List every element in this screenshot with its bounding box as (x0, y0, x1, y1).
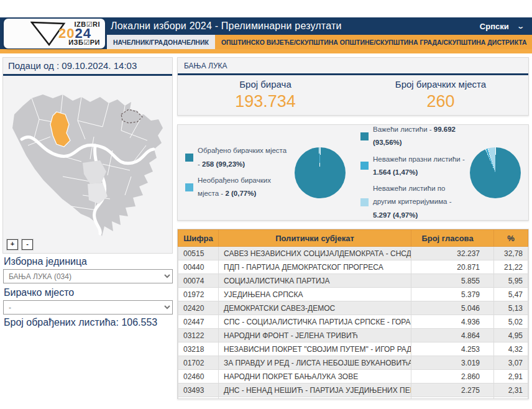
cell-code: 01972 (178, 288, 219, 301)
tab-mayor[interactable]: НАЧЕЛНИК/ГРАДОНАЧЕЛНИК (107, 35, 215, 49)
electoral-unit-select[interactable]: БАЊА ЛУКА (034) (3, 269, 173, 283)
results-table: Шифра Политички субјекат Број гласова % … (178, 229, 528, 399)
processed-ballots-count: Број обрађених листића: 106.553 (4, 317, 157, 328)
cell-party: ПДП - ПАРТИЈА ДЕМОКРАТСКОГ ПРОГРЕСА (219, 260, 411, 274)
legend-swatch (185, 183, 193, 191)
table-row: 01972УЈЕДИЊЕНА СРПСКА5.3795,47 (178, 288, 528, 301)
cell-code: 02420 (178, 301, 219, 315)
cell-pct: 5,47 (494, 288, 528, 301)
map-panel: Подаци од : 09.10.2024. 14:03 + - (2, 57, 173, 254)
tab-municipal-assembly[interactable]: ОПШТИНСКО ВИЈЕЋЕ/СКУПШТИНА ОПШТИНЕ/СКУПШ… (215, 35, 532, 49)
pie2-chart (470, 147, 521, 198)
bih-map[interactable]: + - (3, 77, 172, 253)
cell-pct: 4,95 (494, 329, 528, 342)
cell-votes: 5.379 (411, 288, 494, 301)
voters-stat-label: Број бирача (178, 79, 353, 90)
cell-votes: 3.019 (411, 356, 494, 370)
cell-pct: 32,78 (494, 247, 528, 260)
map-zoom-in-button[interactable]: + (7, 239, 18, 250)
cell-pct: 5,02 (494, 315, 528, 329)
legend-item: Обрађено бирачких мјеста - 258 (99,23%) (185, 144, 290, 171)
cell-party: УЈЕДИЊЕНА СРПСКА (219, 288, 411, 301)
legend-swatch (360, 198, 369, 206)
cell-votes: 4.936 (411, 315, 494, 329)
legend-swatch (360, 162, 369, 170)
cell-votes: 32.237 (411, 247, 494, 260)
pie1-chart (295, 147, 346, 198)
table-row: 02734СРПСКА ДЕМОКРАТСКА СТРАНКА - ВОЉА Н… (178, 397, 528, 400)
ballot-validity-chart: Важећи листићи - 99.692 (93,56%)Неважећи… (353, 125, 528, 220)
voters-stat-value: 193.734 (178, 92, 353, 111)
cell-party: СПС - СОЦИЈАЛИСТИЧКА ПАРТИЈА СРПСКЕ - ГО… (219, 315, 411, 329)
table-row: 00440ПДП - ПАРТИЈА ДЕМОКРАТСКОГ ПРОГРЕСА… (178, 260, 528, 274)
legend-item: Неважећи празни листићи - 1.564 (1,47%) (360, 153, 465, 180)
cell-code: 00074 (178, 274, 219, 288)
chevron-down-icon: ⌄ (516, 22, 525, 30)
language-selector[interactable]: Српски ⌄ (480, 17, 523, 35)
cell-pct: 5,13 (494, 301, 528, 315)
polling-station-label: Бирачко мјесто (4, 287, 74, 298)
page-title: Локални избори 2024 - Прелиминарни резул… (111, 21, 342, 32)
legend-label: Необрађено бирачких мјеста - 2 (0,77%) (198, 174, 290, 201)
table-row: 03218НЕЗАВИСНИ ПОКРЕТ "СВОЈИМ ПУТЕМ" - И… (178, 342, 528, 356)
cell-pct: 2,46 (494, 397, 528, 400)
cell-code: 03493 (178, 384, 219, 397)
cell-votes: 20.871 (411, 260, 494, 274)
region-name: БАЊА ЛУКА (178, 58, 528, 75)
cell-party: ДНС - НЕНАД НЕШИЋ - ПАРТИЈА УЈЕДИЊЕНИХ П… (219, 384, 411, 397)
stations-stat: Број бирачких мјеста 260 (353, 79, 528, 111)
pie1-legend: Обрађено бирачких мјеста - 258 (99,23%)Н… (185, 141, 290, 203)
stations-stat-value: 260 (353, 92, 528, 111)
cell-party: НАРОДНИ ФРОНТ - ЈЕЛЕНА ТРИВИЋ (219, 329, 411, 342)
legend-item: Неважећи листићи по другим критеријумима… (360, 182, 465, 222)
legend-item: Важећи листићи - 99.692 (93,56%) (360, 123, 465, 150)
charts-panel: Обрађено бирачких мјеста - 258 (99,23%)Н… (177, 124, 529, 221)
pie2-legend: Важећи листићи - 99.692 (93,56%)Неважећи… (360, 120, 465, 225)
legend-label: Обрађено бирачких мјеста - 258 (99,23%) (198, 144, 290, 171)
cell-party: СОЦИЈАЛИСТИЧКА ПАРТИЈА (219, 274, 411, 288)
cell-party: ЗА ПРАВДУ И РЕД - ЛИСТА НЕБОЈШЕ ВУКАНОВИ… (219, 356, 411, 370)
voters-stat: Број бирача 193.734 (178, 79, 353, 111)
results-table-panel: Шифра Политички субјекат Број гласова % … (177, 229, 529, 399)
cell-party: НАРОДНИ ПОКРЕТ БАЊАЛУКА ЗОВЕ (219, 370, 411, 384)
legend-item: Необрађено бирачких мјеста - 2 (0,77%) (185, 174, 290, 201)
table-row: 02460НАРОДНИ ПОКРЕТ БАЊАЛУКА ЗОВЕ2.8602,… (178, 370, 528, 384)
cell-pct: 2,91 (494, 370, 528, 384)
map-zoom-out-button[interactable]: - (22, 239, 33, 250)
polling-station-select[interactable]: - (3, 300, 173, 315)
cell-votes: 5.855 (411, 274, 494, 288)
cell-code: 02447 (178, 315, 219, 329)
table-row: 03493ДНС - НЕНАД НЕШИЋ - ПАРТИЈА УЈЕДИЊЕ… (178, 384, 528, 397)
cell-votes: 4.253 (411, 342, 494, 356)
cell-party: НЕЗАВИСНИ ПОКРЕТ "СВОЈИМ ПУТЕМ" - ИГОР Р… (219, 342, 411, 356)
logo-text-cyrillic: ИЗБ☑РИ (68, 39, 100, 47)
bih-map-svg[interactable] (3, 77, 172, 251)
cell-votes: 5.046 (411, 301, 494, 315)
cell-pct: 3,07 (494, 356, 528, 370)
processed-stations-chart: Обрађено бирачких мјеста - 258 (99,23%)Н… (178, 125, 353, 220)
cell-code: 00440 (178, 260, 219, 274)
table-row: 00515САВЕЗ НЕЗАВИСНИХ СОЦИЈАЛДЕМОКРАТА -… (178, 247, 528, 260)
table-row: 03122НАРОДНИ ФРОНТ - ЈЕЛЕНА ТРИВИЋ4.8644… (178, 329, 528, 342)
cell-pct: 2,31 (494, 384, 528, 397)
cell-party: СРПСКА ДЕМОКРАТСКА СТРАНКА - ВОЉА НАРОДА (219, 397, 411, 400)
stations-stat-label: Број бирачких мјеста (353, 79, 528, 90)
legend-swatch (360, 132, 369, 140)
table-header-row: Шифра Политички субјекат Број гласова % (178, 230, 528, 247)
cell-code: 03218 (178, 342, 219, 356)
cell-votes: 2.860 (411, 370, 494, 384)
legend-label: Неважећи листићи по другим критеријумима… (373, 182, 465, 222)
cell-party: ДЕМОКРАТСКИ САВЕЗ-ДЕМОС (219, 301, 411, 315)
header-pct: % (494, 230, 528, 247)
cell-votes: 2.275 (411, 384, 494, 397)
region-summary-panel: БАЊА ЛУКА Број бирача 193.734 Број бирач… (177, 57, 529, 116)
header-code: Шифра (178, 230, 219, 247)
legend-label: Неважећи празни листићи - 1.564 (1,47%) (373, 153, 465, 180)
table-row: 02420ДЕМОКРАТСКИ САВЕЗ-ДЕМОС5.0465,13 (178, 301, 528, 315)
legend-label: Важећи листићи - 99.692 (93,56%) (373, 123, 465, 150)
accent-strip (0, 49, 532, 53)
cell-code: 02460 (178, 370, 219, 384)
cell-code: 03122 (178, 329, 219, 342)
table-row: 01702ЗА ПРАВДУ И РЕД - ЛИСТА НЕБОЈШЕ ВУК… (178, 356, 528, 370)
cell-pct: 5,95 (494, 274, 528, 288)
